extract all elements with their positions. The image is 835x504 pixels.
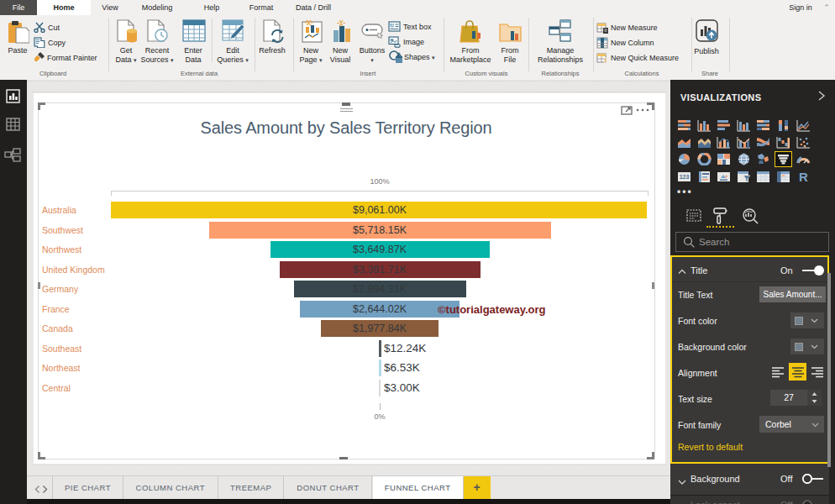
svg-text:123: 123	[680, 174, 690, 180]
svg-text:A: A	[391, 23, 394, 28]
svg-text:R: R	[799, 171, 808, 183]
